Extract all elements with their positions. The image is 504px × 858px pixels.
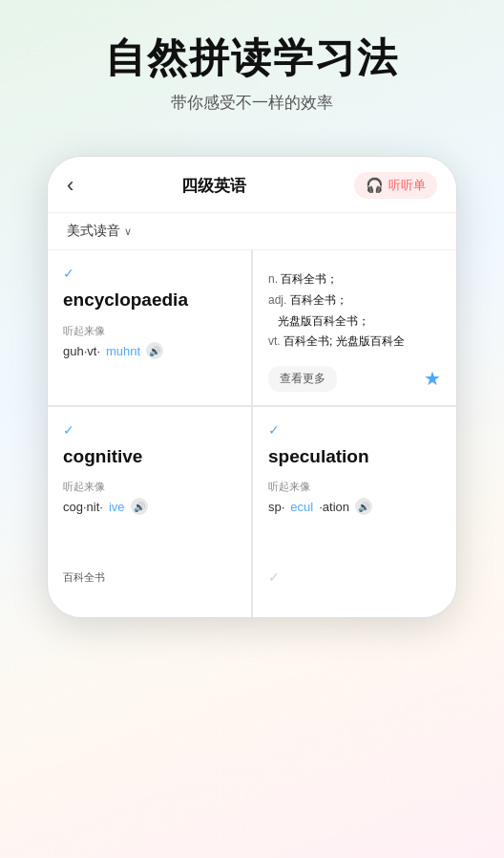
check-icon-1: ✓ [63, 266, 236, 281]
header-section: 自然拼读学习法 带你感受不一样的效率 [0, 0, 504, 133]
definition-area: n. 百科全书； adj. 百科全书； 光盘版百科全书； vt. 百科全书; 光… [268, 266, 441, 355]
word-card-speculation[interactable]: ✓ speculation 听起来像 sp·ecul·ation 🔊 [253, 407, 456, 560]
phonetic-highlight-3: ive [109, 500, 125, 514]
listen-button[interactable]: 🎧 听听单 [354, 172, 437, 199]
listen-label-3: 听起来像 [63, 480, 236, 494]
card-bottom-row: 查看更多 ★ [268, 366, 441, 392]
word-card-cognitive[interactable]: ✓ cognitive 听起来像 cog·nit·ive 🔊 [48, 407, 251, 560]
word-cognitive: cognitive [63, 445, 236, 469]
bottom-def-1: 百科全书 [63, 569, 236, 586]
pronunciation-label: 美式读音 [67, 223, 120, 240]
word-card-encyclopaedia[interactable]: ✓ encyclopaedia 听起来像 guh·vt·muhnt 🔊 [48, 250, 251, 404]
speaker-icon-3[interactable]: 🔊 [131, 498, 148, 515]
word-speculation: speculation [268, 445, 441, 469]
chevron-down-icon: ∨ [124, 225, 132, 238]
pronunciation-row[interactable]: 美式读音 ∨ [48, 213, 456, 250]
main-title: 自然拼读学习法 [19, 34, 485, 82]
word-grid: ✓ encyclopaedia 听起来像 guh·vt·muhnt 🔊 n. 百… [48, 250, 456, 559]
speaker-icon-1[interactable]: 🔊 [146, 342, 163, 359]
phonetic-highlight-1: muhnt [106, 344, 140, 358]
listen-label: 听听单 [388, 177, 426, 194]
app-title: 四级英语 [181, 175, 246, 197]
phonetic-suffix-4: ·ation [319, 500, 349, 514]
check-icon-bottom: ✓ [268, 569, 441, 585]
bottom-partial: 百科全书 ✓ [48, 560, 456, 617]
phonetic-prefix-3: cog·nit· [63, 500, 103, 514]
phonetic-row-3: cog·nit·ive 🔊 [63, 498, 236, 515]
speaker-icon-4[interactable]: 🔊 [355, 498, 372, 515]
listen-label-4: 听起来像 [268, 480, 441, 494]
bottom-card-2: ✓ [253, 560, 456, 617]
phonetic-row-4: sp·ecul·ation 🔊 [268, 498, 441, 515]
def-line-2: adj. 百科全书； [268, 290, 441, 311]
check-icon-4: ✓ [268, 422, 441, 438]
back-button[interactable]: ‹ [67, 173, 74, 198]
phonetic-prefix-4: sp· [268, 500, 284, 514]
phone-mockup: ‹ 四级英语 🎧 听听单 美式读音 ∨ ✓ encyclopaedia 听起来像… [47, 156, 457, 617]
word-encyclopaedia: encyclopaedia [63, 289, 236, 312]
phonetic-prefix-1: guh·vt· [63, 344, 100, 358]
see-more-button[interactable]: 查看更多 [268, 366, 337, 392]
app-header: ‹ 四级英语 🎧 听听单 [48, 157, 456, 213]
headphone-icon: 🎧 [366, 177, 384, 194]
def-line-3: 光盘版百科全书； [268, 311, 441, 332]
star-icon[interactable]: ★ [424, 367, 441, 390]
phone-inner: ‹ 四级英语 🎧 听听单 美式读音 ∨ ✓ encyclopaedia 听起来像… [48, 157, 456, 616]
phonetic-row-1: guh·vt·muhnt 🔊 [63, 342, 236, 359]
def-line-4: vt. 百科全书; 光盘版百科全 [268, 332, 441, 353]
phonetic-highlight-4: ecul [290, 500, 313, 514]
listen-label-1: 听起来像 [63, 324, 236, 338]
def-line-1: n. 百科全书； [268, 269, 441, 290]
bottom-card-1: 百科全书 [48, 560, 251, 617]
word-card-definition[interactable]: n. 百科全书； adj. 百科全书； 光盘版百科全书； vt. 百科全书; 光… [253, 250, 456, 404]
subtitle: 带你感受不一样的效率 [19, 92, 485, 114]
check-icon-3: ✓ [63, 422, 236, 438]
